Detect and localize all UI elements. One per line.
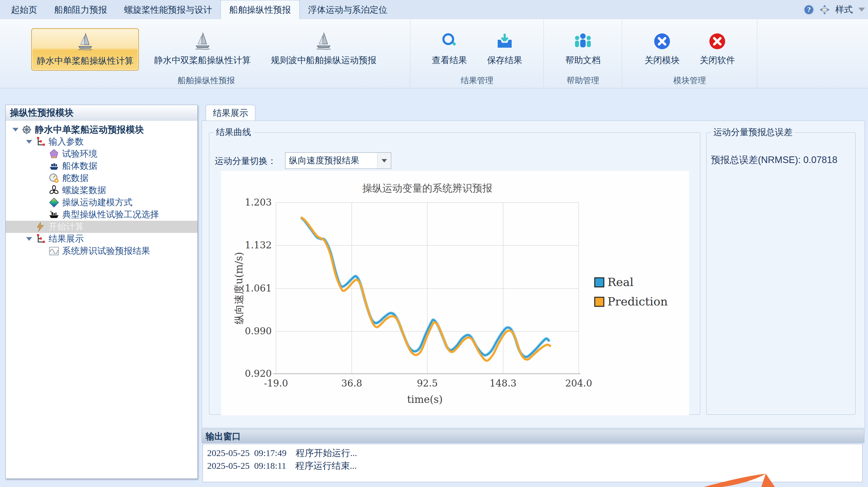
ribbon-group-结果管理: 查看结果保存结果结果管理 [411,19,544,88]
ribbon-group-船舶操纵性预报: 静水中单桨船操纵性计算静水中双桨船操纵性计算规则波中船舶操纵运动预报船舶操纵性预… [2,19,410,88]
env-icon [49,149,59,159]
menu-tab-浮体运动与系泊定位[interactable]: 浮体运动与系泊定位 [300,0,396,19]
nrmse-value: 预报总误差(NRMSE): 0.07818 [711,154,837,166]
tree-item-开始计算[interactable]: 开始计算 [6,221,197,233]
tree-panel-title: 操纵性预报模块 [6,105,197,120]
dropdown-caret-icon[interactable] [858,8,865,11]
legend-swatch-Real [595,278,604,287]
menu-tab-螺旋桨性能预报与设计[interactable]: 螺旋桨性能预报与设计 [116,0,220,19]
ribbon-button-关闭软件[interactable]: 关闭软件 [695,28,740,69]
surface-icon [49,197,59,208]
bolt-icon [35,222,45,232]
blackship-icon [49,209,59,220]
tree-item-输入参数[interactable]: 输入参数 [6,136,197,148]
chart-ylabel: 纵向速度u(m/s) [233,252,245,324]
svg-text:36.8: 36.8 [341,378,362,389]
ribbon-group-帮助管理: 帮助文档帮助管理 [544,19,622,88]
module-tree-panel: 操纵性预报模块 静水中单桨船运动预报模块输入参数试验环境船体数据舵数据螺旋桨数据… [5,105,198,479]
helm-icon [22,124,32,135]
ribbon-button-帮助文档[interactable]: 帮助文档 [560,28,606,69]
legend-label-Prediction: Prediction [608,295,668,308]
ribbon-button-规则波中船舶操纵运动预报[interactable]: 规则波中船舶操纵运动预报 [266,28,381,71]
svg-text:?: ? [807,6,811,13]
chart-svg: 1.2031.1321.0610.9900.920-19.036.892.514… [221,171,689,416]
svg-text:-19.0: -19.0 [264,378,288,389]
result-content-area: 结果曲线 运动分量切换： 纵向速度预报结果 1.2031.1321.0610.9… [202,120,865,428]
tree-item-label: 船体数据 [62,160,97,172]
tree-expand-arrow-icon[interactable] [12,128,19,132]
tree-item-螺旋桨数据[interactable]: 螺旋桨数据 [6,184,197,196]
result-curve-groupbox-label: 结果曲线 [214,126,253,139]
chart-xlabel: time(s) [407,394,442,405]
total-error-groupbox-label: 运动分量预报总误差 [711,126,795,139]
tree-item-静水中单桨船运动预报模块[interactable]: 静水中单桨船运动预报模块 [6,123,197,136]
ribbon-button-静水中双桨船操纵性计算[interactable]: 静水中双桨船操纵性计算 [149,28,256,71]
chevron-down-icon [381,159,387,163]
tree-expand-arrow-icon[interactable] [26,237,32,241]
motion-component-dropdown[interactable]: 纵向速度预报结果 [285,152,391,169]
tree-expand-arrow-icon[interactable] [26,140,32,144]
prediction-chart: 1.2031.1321.0610.9900.920-19.036.892.514… [221,171,689,416]
result-curve-groupbox: 结果曲线 运动分量切换： 纵向速度预报结果 1.2031.1321.0610.9… [209,126,700,415]
menu-right-controls: ? 样式 [804,0,865,19]
gauge-icon [49,173,59,183]
ribbon-group-label: 船舶操纵性预报 [2,75,410,86]
svg-text:204.0: 204.0 [565,378,592,389]
ribbon-button-保存结果[interactable]: 保存结果 [482,28,527,69]
ribbon-group-模块管理: 关闭模块关闭软件模块管理 [622,19,757,88]
tree-item-典型操纵性试验工况选择[interactable]: 典型操纵性试验工况选择 [6,208,197,221]
log-line: 2025-05-25 09:17:49 程序开始运行... [207,447,862,459]
move-icon[interactable] [819,5,830,15]
ribbon-button-查看结果[interactable]: 查看结果 [427,28,472,69]
close-red-icon [708,31,727,51]
tree-item-试验环境[interactable]: 试验环境 [6,148,197,160]
people-icon [574,31,592,51]
ribbon-group-label: 结果管理 [411,75,544,86]
ribbon-button-label: 保存结果 [487,54,522,66]
ribbon-button-label: 关闭模块 [645,54,680,66]
prop-icon [49,185,59,196]
motion-component-switch-label: 运动分量切换： [215,155,276,167]
log-line: 2025-05-25 09:18:11 程序运行结束... [207,459,862,472]
tree-item-船体数据[interactable]: 船体数据 [6,160,197,172]
tree-item-label: 输入参数 [49,136,84,148]
menu-bar: 起始页船舶阻力预报螺旋桨性能预报与设计船舶操纵性预报浮体运动与系泊定位 ? 样式 [0,0,868,20]
ribbon-group-label: 模块管理 [622,75,757,86]
axis-icon [35,137,45,147]
tree-item-舵数据[interactable]: 舵数据 [6,172,197,184]
module-tree: 静水中单桨船运动预报模块输入参数试验环境船体数据舵数据螺旋桨数据操纵运动建模方式… [6,120,197,257]
ribbon-button-label: 查看结果 [432,54,467,66]
legend-label-Real: Real [608,276,633,289]
save-icon [495,31,514,51]
legend-swatch-Prediction [595,297,604,306]
menu-tab-船舶操纵性预报[interactable]: 船舶操纵性预报 [220,0,300,20]
tree-item-label: 舵数据 [62,172,89,184]
ribbon-button-label: 静水中双桨船操纵性计算 [154,54,251,66]
tree-item-label: 试验环境 [62,148,97,160]
ribbon: 静水中单桨船操纵性计算静水中双桨船操纵性计算规则波中船舶操纵运动预报船舶操纵性预… [0,19,868,88]
menu-tab-起始页[interactable]: 起始页 [2,0,46,19]
style-menu-label[interactable]: 样式 [835,4,853,16]
ribbon-button-静水中单桨船操纵性计算[interactable]: 静水中单桨船操纵性计算 [31,28,139,71]
magnifier-icon [440,31,459,51]
logo-swoosh-decoration [704,473,785,487]
ribbon-button-关闭模块[interactable]: 关闭模块 [640,28,684,69]
sailboat-icon [194,31,211,51]
wavebox-icon [49,246,59,256]
svg-text:92.5: 92.5 [417,378,438,389]
help-icon[interactable]: ? [804,5,814,15]
menu-tab-船舶阻力预报[interactable]: 船舶阻力预报 [46,0,116,19]
motion-component-dropdown-value: 纵向速度预报结果 [285,154,377,167]
ribbon-button-label: 帮助文档 [565,54,600,66]
series-prediction [302,218,550,361]
ship-icon [49,161,59,171]
sailboat-icon [315,31,332,51]
tab-result-display[interactable]: 结果展示 [206,105,255,121]
ribbon-button-label: 静水中单桨船操纵性计算 [37,55,133,67]
tree-item-系统辨识试验预报结果[interactable]: 系统辨识试验预报结果 [6,245,197,257]
dropdown-caret-button[interactable] [377,153,391,169]
chart-title: 操纵运动变量的系统辨识预报 [363,182,493,194]
tree-item-结果展示[interactable]: 结果展示 [6,233,197,245]
tree-item-label: 螺旋桨数据 [62,184,106,196]
tree-item-操纵运动建模方式[interactable]: 操纵运动建模方式 [6,196,197,208]
